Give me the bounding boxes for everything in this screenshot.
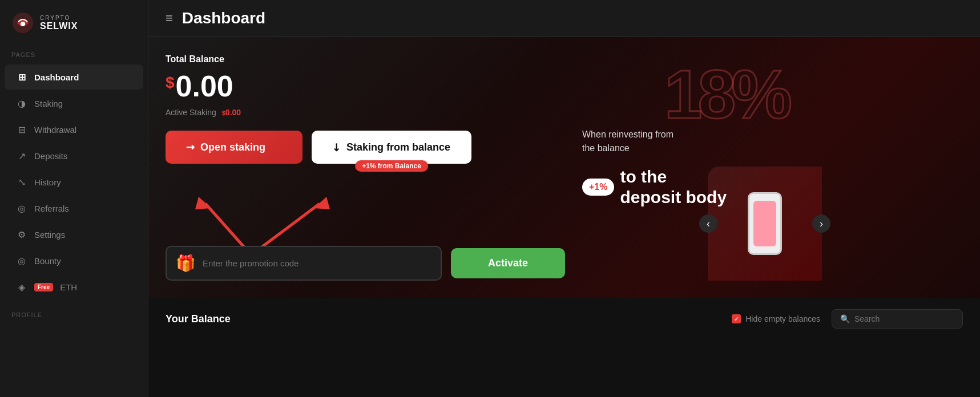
active-staking-value: $0.00 [222, 108, 241, 117]
profile-section-label: Profile [0, 300, 148, 324]
eth-icon: ◈ [16, 281, 27, 293]
logo: crypto selwix [0, 11, 148, 51]
deposits-icon: ↗ [16, 150, 27, 161]
settings-icon: ⚙ [16, 229, 27, 240]
sidebar-item-withdrawal[interactable]: ⊟ Withdrawal [5, 117, 143, 142]
sidebar-item-bounty-label: Bounty [34, 256, 61, 266]
sidebar-item-staking[interactable]: ◑ Staking [5, 91, 143, 116]
svg-marker-3 [195, 197, 211, 209]
open-staking-label: Open staking [200, 141, 265, 153]
referrals-icon: ◎ [16, 202, 27, 214]
action-buttons: ↗ Open staking ↘ Staking from balance +1… [166, 131, 565, 164]
reinvest-content: When reinvesting from the balance +1% to… [582, 128, 822, 208]
sidebar-item-dashboard[interactable]: ⊞ Dashboard [5, 64, 143, 90]
total-balance-amount: $ 0.00 [166, 69, 565, 103]
sidebar: crypto selwix Pages ⊞ Dashboard ◑ Stakin… [0, 0, 148, 397]
sidebar-item-settings-label: Settings [34, 230, 65, 240]
your-balance-title: Your Balance [166, 313, 231, 325]
sidebar-item-staking-label: Staking [34, 99, 63, 108]
sidebar-item-settings[interactable]: ⚙ Settings [5, 222, 143, 247]
staking-from-balance-label: Staking from balance [346, 141, 450, 153]
logo-icon [11, 11, 34, 34]
total-balance-label: Total Balance [166, 54, 565, 64]
staking-balance-icon: ↘ [329, 140, 344, 155]
dashboard-icon: ⊞ [16, 71, 27, 83]
hero-section: Total Balance $ 0.00 Active Staking $0.0… [148, 37, 980, 298]
your-balance-header: Your Balance ✓ Hide empty balances 🔍 [166, 309, 963, 329]
activate-button[interactable]: Activate [451, 248, 565, 278]
promo-input-wrap: 🎁 [166, 246, 442, 281]
balance-value: 0.00 [176, 69, 233, 103]
search-icon: 🔍 [840, 314, 850, 323]
balance-dollar-sign: $ [166, 74, 175, 92]
sidebar-item-withdrawal-label: Withdrawal [34, 125, 76, 135]
hero-right-panel: 18% When reinvesting from the balance +1… [565, 54, 822, 281]
sidebar-item-referrals[interactable]: ◎ Referrals [5, 196, 143, 221]
open-staking-button[interactable]: ↗ Open staking [166, 131, 303, 164]
search-input[interactable] [854, 314, 954, 323]
sidebar-item-bounty[interactable]: ◎ Bounty [5, 248, 143, 273]
balance-controls: ✓ Hide empty balances 🔍 [732, 309, 963, 329]
svg-point-1 [21, 22, 25, 26]
promo-code-input[interactable] [203, 258, 431, 268]
dashboard-area: Total Balance $ 0.00 Active Staking $0.0… [148, 37, 980, 397]
staking-icon: ◑ [16, 98, 27, 109]
menu-icon[interactable]: ≡ [166, 11, 173, 26]
sidebar-item-referrals-label: Referrals [34, 204, 69, 213]
sidebar-item-deposits[interactable]: ↗ Deposits [5, 143, 143, 168]
sidebar-item-history-label: History [34, 177, 61, 187]
open-staking-icon: ↗ [183, 140, 197, 155]
top-header: ≡ Dashboard [148, 0, 980, 37]
sidebar-item-deposits-label: Deposits [34, 151, 67, 161]
plus1-badge: +1% [582, 179, 614, 196]
staking-balance-wrapper: ↘ Staking from balance +1% from Balance [312, 131, 471, 164]
sidebar-item-eth[interactable]: ◈ Free ETH [5, 274, 143, 299]
hero-left: Total Balance $ 0.00 Active Staking $0.0… [166, 54, 565, 281]
sidebar-item-eth-label: ETH [60, 282, 77, 292]
badge-1pct: +1% from Balance [355, 160, 428, 172]
hide-empty-toggle[interactable]: ✓ Hide empty balances [732, 314, 820, 323]
history-icon: ⤡ [16, 176, 27, 188]
sidebar-item-history[interactable]: ⤡ History [5, 169, 143, 195]
carousel-left-button[interactable]: ‹ [699, 214, 717, 233]
gift-icon: 🎁 [176, 254, 196, 273]
logo-text: crypto selwix [40, 15, 78, 31]
sidebar-item-dashboard-label: Dashboard [34, 72, 79, 82]
staking-from-balance-button[interactable]: ↘ Staking from balance [312, 131, 471, 164]
svg-marker-5 [314, 197, 330, 209]
active-staking-row: Active Staking $0.00 [166, 108, 565, 117]
page-title: Dashboard [182, 9, 265, 27]
your-balance-section: Your Balance ✓ Hide empty balances 🔍 [148, 298, 980, 349]
active-staking-amount: 0.00 [225, 108, 241, 117]
active-staking-label: Active Staking [166, 108, 216, 117]
main-content: ≡ Dashboard Total Balance $ 0.00 Active … [148, 0, 980, 397]
promo-section: 🎁 Activate [166, 246, 565, 281]
pages-section-label: Pages [0, 51, 148, 64]
reinvest-headline: +1% to the deposit body [582, 167, 822, 208]
withdrawal-icon: ⊟ [16, 124, 27, 135]
hide-empty-label: Hide empty balances [745, 314, 820, 323]
hide-empty-checkbox[interactable]: ✓ [732, 314, 741, 323]
reinvest-big-text: to the deposit body [620, 167, 727, 208]
pct-display-bg: 18% [664, 60, 788, 128]
reinvest-subtitle: When reinvesting from the balance [582, 128, 822, 155]
search-box: 🔍 [832, 309, 963, 329]
eth-badge: Free [34, 283, 53, 291]
carousel-right-button[interactable]: › [812, 214, 830, 233]
bounty-icon: ◎ [16, 255, 27, 266]
